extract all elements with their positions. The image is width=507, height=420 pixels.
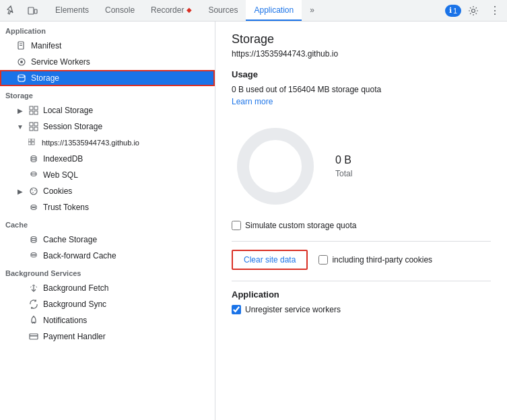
svg-line-49 [34,285,37,287]
bg-fetch-icon [28,283,39,293]
sidebar-item-bg-sync[interactable]: Background Sync [0,296,215,312]
svg-rect-54 [30,334,38,339]
svg-point-34 [31,205,36,207]
indexeddb-icon [28,153,39,164]
chart-used-value: 0 B [335,154,351,166]
svg-point-30 [30,188,37,195]
tab-elements[interactable]: Elements [47,0,97,21]
svg-point-27 [31,174,36,176]
local-storage-expand-icon: ▶ [16,106,24,114]
sidebar-item-back-forward-cache[interactable]: Back-forward Cache [0,248,215,264]
bg-sync-label: Background Sync [43,300,209,309]
svg-rect-10 [34,106,38,110]
tab-sources[interactable]: Sources [200,0,246,21]
local-storage-label: Local Storage [43,106,209,115]
right-panel: Storage https://13535944743.github.io Us… [215,22,507,420]
gear-icon [468,5,479,16]
device-icon-btn[interactable] [23,1,42,20]
svg-point-8 [18,75,25,77]
chart-area: 0 B Total [232,123,491,210]
tab-application[interactable]: Application [246,0,302,21]
sidebar-item-cache-storage[interactable]: Cache Storage [0,232,215,248]
chart-legend: 0 B Total [335,154,352,178]
divider-2 [232,281,491,281]
inspect-icon-btn[interactable] [3,1,22,20]
toolbar-left-icons [3,1,42,20]
tab-recorder-label: Recorder [151,5,184,15]
bg-sync-icon [28,299,39,310]
svg-rect-12 [34,111,38,114]
settings-btn[interactable] [464,1,483,20]
bg-services-section-header: Background Services [0,264,215,280]
tab-overflow[interactable]: » [302,0,323,21]
session-storage-label: Session Storage [43,122,209,131]
sidebar-item-bg-fetch[interactable]: Background Fetch [0,280,215,296]
service-workers-label: Service Workers [31,57,209,67]
more-btn[interactable]: ⋮ [485,1,504,20]
simulate-checkbox-row: Simulate custom storage quota [232,221,491,230]
session-url-label: https://13535944743.github.io [42,139,209,147]
bf-cache-label: Back-forward Cache [43,251,209,260]
websql-label: Web SQL [43,170,209,180]
svg-point-37 [31,208,36,210]
sidebar-item-session-url[interactable]: https://13535944743.github.io [0,135,215,151]
sidebar-item-manifest[interactable]: Manifest [0,38,215,54]
unregister-sw-row: Unregister service workers [232,305,491,314]
storage-label: Storage [31,73,209,83]
sidebar-item-payment-handler[interactable]: Payment Handler [0,328,215,345]
donut-chart [232,123,319,210]
tab-recorder[interactable]: Recorder ◆ [143,0,200,21]
simulate-checkbox[interactable] [232,221,241,230]
sidebar-item-local-storage[interactable]: ▶ Local Storage [0,102,215,118]
sidebar-item-trust-tokens[interactable]: Trust Tokens [0,199,215,215]
cookies-label: Cookies [43,186,209,196]
sidebar: Application Manifest Service Workers Sto… [0,22,215,420]
indexeddb-label: IndexedDB [43,154,209,164]
toolbar-tabs: Elements Console Recorder ◆ Sources Appl… [47,0,445,21]
cache-storage-icon [28,234,39,245]
svg-rect-17 [28,139,31,141]
payment-handler-label: Payment Handler [43,332,209,341]
svg-point-23 [31,160,36,162]
simulate-label[interactable]: Simulate custom storage quota [245,221,356,230]
sidebar-item-storage[interactable]: Storage [0,70,215,86]
svg-point-56 [243,134,308,199]
session-url-icon [27,137,38,148]
storage-section-header: Storage [0,86,215,102]
recorder-dot-icon: ◆ [187,6,192,13]
third-party-checkbox-row: including third-party cookies [318,255,432,265]
svg-rect-0 [28,7,34,14]
more-icon: ⋮ [489,4,500,17]
app-section-header: Application [0,22,215,38]
session-storage-icon [28,121,39,132]
bg-fetch-label: Background Fetch [43,283,209,293]
svg-rect-15 [30,127,33,131]
third-party-label[interactable]: including third-party cookies [332,255,432,265]
sidebar-item-service-workers[interactable]: Service Workers [0,54,215,70]
sidebar-item-session-storage[interactable]: ▼ Session Storage [0,118,215,135]
tab-console[interactable]: Console [97,0,143,21]
local-storage-icon [28,105,39,116]
notifications-label: Notifications [43,316,209,325]
issues-icon: ℹ [449,6,452,15]
clear-site-data-btn[interactable]: Clear site data [232,250,308,270]
unregister-sw-checkbox[interactable] [232,305,241,314]
sidebar-item-notifications[interactable]: Notifications [0,312,215,328]
sidebar-item-websql[interactable]: Web SQL [0,167,215,183]
sidebar-item-cookies[interactable]: ▶ Cookies [0,183,215,199]
payment-handler-icon [28,331,39,342]
issues-badge[interactable]: ℹ 1 [445,5,461,17]
learn-more-link[interactable]: Learn more [232,97,273,106]
svg-rect-20 [32,142,34,145]
unregister-sw-label[interactable]: Unregister service workers [245,305,341,314]
panel-title: Storage [232,32,491,46]
svg-point-2 [472,9,475,12]
clear-btn-row: Clear site data including third-party co… [232,250,491,270]
sidebar-item-indexeddb[interactable]: IndexedDB [0,151,215,167]
svg-point-51 [34,322,36,324]
bf-cache-icon [28,250,39,261]
svg-point-52 [32,322,34,324]
service-workers-icon [16,57,27,67]
third-party-checkbox[interactable] [318,255,328,265]
divider [232,241,491,242]
